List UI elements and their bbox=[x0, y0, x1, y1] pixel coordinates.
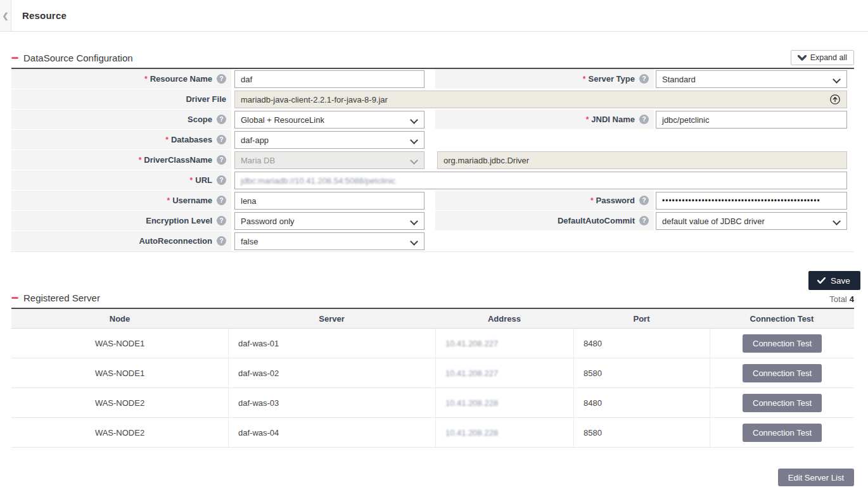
datasource-form: * Resource Name ? daf * Server Type ? St… bbox=[11, 68, 854, 252]
help-icon[interactable]: ? bbox=[639, 216, 649, 225]
page-title: Resource bbox=[11, 0, 67, 31]
datasource-section-header: DataSource Configuration Expand all bbox=[11, 50, 854, 68]
column-header-connection-test: Connection Test bbox=[710, 309, 854, 328]
help-icon[interactable]: ? bbox=[217, 135, 226, 144]
driver-file-label: Driver File bbox=[11, 89, 231, 110]
resource-name-input[interactable]: daf bbox=[234, 70, 424, 88]
form-row: * Databases ? daf-app bbox=[11, 130, 854, 150]
help-icon[interactable]: ? bbox=[639, 74, 649, 84]
password-label: * Password ? bbox=[435, 191, 654, 211]
save-button[interactable]: Save bbox=[808, 271, 860, 290]
table-row: WAS-NODE2 daf-was-04 10.41.208.228 8580 … bbox=[11, 418, 854, 448]
resource-name-label: * Resource Name ? bbox=[11, 69, 231, 89]
server-cell: daf-was-01 bbox=[228, 329, 435, 358]
total-count: Total4 bbox=[829, 294, 854, 308]
databases-label: * Databases ? bbox=[11, 130, 231, 150]
encryption-level-select[interactable]: Password only bbox=[234, 212, 424, 230]
driver-class-name-value-field: org.mariadb.jdbc.Driver bbox=[437, 151, 847, 169]
node-cell: WAS-NODE1 bbox=[11, 329, 228, 358]
top-bar: ❮ Resource bbox=[0, 0, 868, 32]
url-redacted-value: jdbc:mariadb://10.41.208.54:5088/petclin… bbox=[241, 176, 395, 186]
jndi-name-label: * JNDI Name ? bbox=[435, 110, 654, 130]
address-redacted-value: 10.41.208.227 bbox=[445, 339, 498, 348]
section-collapse-dash-icon[interactable] bbox=[11, 297, 18, 299]
back-button[interactable]: ❮ bbox=[0, 0, 11, 31]
required-asterisk: * bbox=[165, 135, 169, 144]
node-cell: WAS-NODE1 bbox=[11, 358, 228, 387]
scope-label: Scope ? bbox=[11, 110, 231, 130]
help-icon[interactable]: ? bbox=[217, 236, 226, 246]
expand-all-button[interactable]: Expand all bbox=[791, 50, 854, 65]
auto-reconnection-select[interactable]: false bbox=[234, 232, 424, 250]
node-cell: WAS-NODE2 bbox=[11, 388, 228, 417]
connection-test-button[interactable]: Connection Test bbox=[743, 364, 822, 382]
port-cell: 8480 bbox=[573, 329, 710, 358]
address-redacted-value: 10.41.208.227 bbox=[445, 369, 498, 378]
section-collapse-dash-icon[interactable] bbox=[11, 57, 18, 59]
auto-reconnection-label: AutoReconnection ? bbox=[11, 231, 231, 251]
server-cell: daf-was-02 bbox=[228, 358, 435, 387]
help-icon[interactable]: ? bbox=[217, 155, 226, 165]
port-cell: 8480 bbox=[573, 388, 710, 417]
column-header-node: Node bbox=[11, 309, 228, 328]
registered-server-table: Node Server Address Port Connection Test… bbox=[11, 308, 854, 448]
address-cell: 10.41.208.227 bbox=[435, 329, 573, 358]
port-cell: 8580 bbox=[573, 358, 710, 387]
driver-file-field: mariadb-java-client-2.2.1-for-java-8-9.j… bbox=[234, 91, 847, 108]
chevron-down-icon bbox=[798, 55, 807, 61]
form-row: AutoReconnection ? false bbox=[11, 231, 854, 251]
help-icon[interactable]: ? bbox=[639, 115, 649, 124]
help-icon[interactable]: ? bbox=[217, 216, 226, 225]
table-row: WAS-NODE1 daf-was-02 10.41.208.227 8580 … bbox=[11, 358, 854, 388]
required-asterisk: * bbox=[586, 115, 589, 124]
databases-select[interactable]: daf-app bbox=[234, 131, 424, 149]
form-row: Encryption Level ? Password only Default… bbox=[11, 211, 854, 231]
edit-server-list-button[interactable]: Edit Server List bbox=[778, 469, 854, 486]
username-label: * Username ? bbox=[11, 191, 231, 211]
help-icon[interactable]: ? bbox=[217, 115, 226, 124]
check-icon bbox=[817, 277, 826, 284]
password-input[interactable]: ••••••••••••••••••••••••••••••••••••••••… bbox=[656, 192, 847, 210]
required-asterisk: * bbox=[144, 75, 148, 84]
table-header-row: Node Server Address Port Connection Test bbox=[11, 309, 854, 329]
encryption-level-label: Encryption Level ? bbox=[11, 211, 231, 231]
address-cell: 10.41.208.228 bbox=[435, 388, 573, 417]
scope-select[interactable]: Global + ResourceLink bbox=[234, 111, 424, 129]
server-type-select[interactable]: Standard bbox=[656, 70, 847, 88]
url-input[interactable]: jdbc:mariadb://10.41.208.54:5088/petclin… bbox=[234, 172, 847, 189]
table-row: WAS-NODE1 daf-was-01 10.41.208.227 8480 … bbox=[11, 329, 854, 358]
column-header-server: Server bbox=[228, 309, 435, 328]
form-row: * DriverClassName ? Maria DB org.mariadb… bbox=[11, 150, 854, 170]
port-cell: 8580 bbox=[573, 418, 710, 447]
required-asterisk: * bbox=[190, 176, 193, 185]
default-auto-commit-label: DefaultAutoCommit ? bbox=[435, 211, 654, 231]
connection-test-button[interactable]: Connection Test bbox=[743, 424, 822, 442]
help-icon[interactable]: ? bbox=[217, 196, 226, 205]
username-input[interactable]: lena bbox=[234, 192, 424, 210]
connection-test-button[interactable]: Connection Test bbox=[743, 394, 822, 412]
jndi-name-input[interactable]: jdbc/petclinic bbox=[656, 111, 847, 129]
column-header-address: Address bbox=[435, 309, 573, 328]
help-icon[interactable]: ? bbox=[639, 196, 649, 205]
total-value: 4 bbox=[850, 294, 854, 304]
address-redacted-value: 10.41.208.228 bbox=[445, 428, 498, 438]
default-auto-commit-select[interactable]: default value of JDBC driver bbox=[656, 212, 847, 230]
required-asterisk: * bbox=[139, 156, 142, 165]
required-asterisk: * bbox=[583, 75, 586, 84]
server-cell: daf-was-03 bbox=[228, 388, 435, 417]
form-row: * Resource Name ? daf * Server Type ? St… bbox=[11, 69, 854, 89]
registered-server-section-header: Registered Server Total4 bbox=[11, 293, 854, 308]
form-row: Scope ? Global + ResourceLink * JNDI Nam… bbox=[11, 110, 854, 130]
table-row: WAS-NODE2 daf-was-03 10.41.208.228 8480 … bbox=[11, 388, 854, 418]
connection-test-button[interactable]: Connection Test bbox=[743, 334, 822, 353]
driver-class-name-label: * DriverClassName ? bbox=[11, 150, 231, 170]
required-asterisk: * bbox=[167, 196, 170, 205]
address-cell: 10.41.208.227 bbox=[435, 358, 573, 387]
server-cell: daf-was-04 bbox=[228, 418, 435, 447]
help-icon[interactable]: ? bbox=[217, 175, 226, 185]
driver-class-name-select: Maria DB bbox=[234, 151, 424, 169]
back-chevron-icon: ❮ bbox=[2, 11, 8, 20]
upload-icon[interactable] bbox=[829, 94, 841, 105]
help-icon[interactable]: ? bbox=[217, 74, 226, 84]
form-row: * URL ? jdbc:mariadb://10.41.208.54:5088… bbox=[11, 170, 854, 191]
